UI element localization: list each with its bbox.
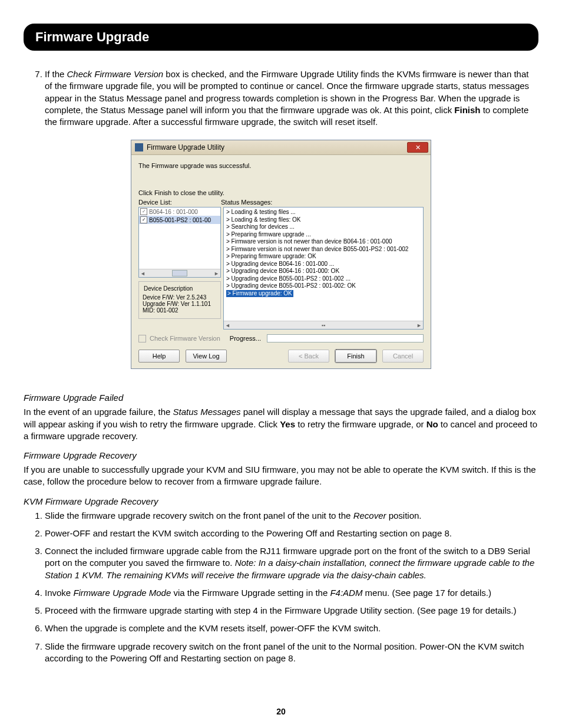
failed-em-a: Status Messages xyxy=(173,407,241,417)
kvm-s1b: position. xyxy=(386,510,421,521)
back-button: < Back xyxy=(288,350,329,363)
dialog-screenshot: Firmware Upgrade Utility ✕ The Firmware … xyxy=(24,140,538,369)
kvm-heading: KVM Firmware Upgrade Recovery xyxy=(24,496,538,506)
status-line: > Loading & testing files ... xyxy=(226,209,421,216)
device-item-0[interactable]: ✓ B064-16 : 001-000 xyxy=(139,207,220,216)
device-item-1[interactable]: ✓ B055-001-PS2 : 001-00 xyxy=(139,216,220,224)
firmware-dialog: Firmware Upgrade Utility ✕ The Firmware … xyxy=(131,140,431,369)
status-lines: > Loading & testing files ... > Loading … xyxy=(224,207,423,298)
status-line: > Firmware version is not newer than dev… xyxy=(226,246,421,253)
kvm-s4c: menu. (See page 17 for details.) xyxy=(362,588,491,598)
scroll-right-icon[interactable]: ► xyxy=(214,271,219,276)
status-messages-box[interactable]: > Loading & testing files ... > Loading … xyxy=(223,207,424,330)
kvm-s1em: Recover xyxy=(353,510,386,521)
status-line: > Upgrading device B064-16 : 001-000: OK xyxy=(226,268,421,275)
kvm-step-3: Connect the included firmware upgrade ca… xyxy=(45,545,538,581)
dialog-titlebar: Firmware Upgrade Utility ✕ xyxy=(131,140,431,155)
device-item-label: B055-001-PS2 : 001-00 xyxy=(149,217,211,223)
kvm-step-1: Slide the firmware upgrade recovery swit… xyxy=(45,510,538,522)
page-number: 20 xyxy=(0,707,562,716)
kvm-step-7: Slide the firmware upgrade recovery swit… xyxy=(45,641,538,665)
device-list-scrollbar[interactable]: ◄ ► xyxy=(139,269,220,277)
failed-heading: Firmware Upgrade Failed xyxy=(24,393,538,403)
scroll-thumb[interactable] xyxy=(172,270,187,276)
device-list-label: Device List: xyxy=(138,199,221,206)
desc-line-2: Upgrade F/W: Ver 1.1.101 xyxy=(143,301,217,307)
status-line: > Preparing firmware upgrade ... xyxy=(226,231,421,239)
success-message: The Firmware upgrade was successful. xyxy=(138,162,424,169)
check-firmware-checkbox xyxy=(138,335,146,342)
cancel-button: Cancel xyxy=(382,350,424,363)
close-icon: ✕ xyxy=(415,144,421,151)
status-messages-label: Status Messages: xyxy=(221,199,424,206)
failed-text-a: In the event of an upgrade failure, the xyxy=(24,407,173,417)
status-line: > Preparing firmware upgrade: OK xyxy=(226,253,421,261)
status-scrollbar[interactable]: ◄ ▪▪ ► xyxy=(224,321,423,329)
kvm-s1a: Slide the firmware upgrade recovery swit… xyxy=(45,510,353,521)
status-line: > Upgrading device B055-001-PS2 : 001-00… xyxy=(226,275,421,283)
recovery-heading: Firmware Upgrade Recovery xyxy=(24,450,538,460)
status-line-highlight: > Firmware upgrade: OK xyxy=(226,290,293,298)
close-button[interactable]: ✕ xyxy=(407,142,428,153)
scroll-right-icon[interactable]: ► xyxy=(416,322,422,328)
recovery-paragraph: If you are unable to successfully upgrad… xyxy=(24,464,538,488)
failed-paragraph: In the event of an upgrade failure, the … xyxy=(24,406,538,442)
kvm-s4em1: Firmware Upgrade Mode xyxy=(73,588,171,598)
section-header: Firmware Upgrade xyxy=(24,24,538,51)
step7-bold-a: Finish xyxy=(454,105,480,115)
finish-button[interactable]: Finish xyxy=(335,350,376,363)
device-description-legend: Device Description xyxy=(143,285,194,292)
kvm-s4b: via the Firmware Upgrade setting in the xyxy=(171,588,330,598)
dialog-body: The Firmware upgrade was successful. Cli… xyxy=(131,155,431,368)
progress-bar xyxy=(267,334,424,342)
kvm-step-4: Invoke Firmware Upgrade Mode via the Fir… xyxy=(45,587,538,599)
status-line: > Firmware version is not newer than dev… xyxy=(226,238,421,246)
dialog-title: Firmware Upgrade Utility xyxy=(147,143,224,151)
kvm-s4a: Invoke xyxy=(45,588,73,598)
help-button[interactable]: Help xyxy=(138,350,180,363)
kvm-steps: Slide the firmware upgrade recovery swit… xyxy=(24,510,538,665)
desc-line-3: MID: 001-002 xyxy=(143,307,217,314)
device-item-label: B064-16 : 001-000 xyxy=(149,209,198,215)
scroll-left-icon[interactable]: ◄ xyxy=(225,322,230,328)
kvm-step-6: When the upgrade is complete and the KVM… xyxy=(45,622,538,634)
desc-line-1: Device F/W: Ver 2.5.243 xyxy=(143,294,217,301)
instruction-line: Click Finish to close the utility. xyxy=(138,189,424,196)
step-list: If the Check Firmware Version box is che… xyxy=(24,68,538,128)
status-line: > Searching for devices ... xyxy=(226,223,421,231)
step7-em-a: Check Firmware Version xyxy=(67,69,164,79)
failed-yes: Yes xyxy=(280,419,295,429)
app-icon xyxy=(135,143,143,151)
step-7: If the Check Firmware Version box is che… xyxy=(45,68,538,128)
step7-text-a: If the xyxy=(45,69,67,79)
kvm-step-2: Power-OFF and restart the KVM switch acc… xyxy=(45,528,538,539)
checkbox-icon[interactable]: ✓ xyxy=(140,208,147,215)
status-line: > Loading & testing files: OK xyxy=(226,216,421,224)
failed-text-c: to retry the firmware upgrade, or xyxy=(295,419,427,429)
progress-label: Progress... xyxy=(230,335,261,342)
checkbox-icon[interactable]: ✓ xyxy=(140,216,147,223)
kvm-s4em2: F4:ADM xyxy=(330,588,362,598)
failed-no: No xyxy=(427,419,438,429)
device-list[interactable]: ✓ B064-16 : 001-000 ✓ B055-001-PS2 : 001… xyxy=(138,207,221,278)
view-log-button[interactable]: View Log xyxy=(186,350,227,363)
scroll-left-icon[interactable]: ◄ xyxy=(140,271,146,276)
status-line: > Upgrading device B064-16 : 001-000 ... xyxy=(226,261,421,268)
scroll-thumb-marker: ▪▪ xyxy=(322,322,325,328)
kvm-step-5: Proceed with the firmware upgrade starti… xyxy=(45,605,538,617)
device-description-box: Device Description Device F/W: Ver 2.5.2… xyxy=(138,281,221,319)
check-firmware-label: Check Firmware Version xyxy=(150,335,220,342)
status-line: > Upgrading device B055-001-PS2 : 001-00… xyxy=(226,282,421,290)
